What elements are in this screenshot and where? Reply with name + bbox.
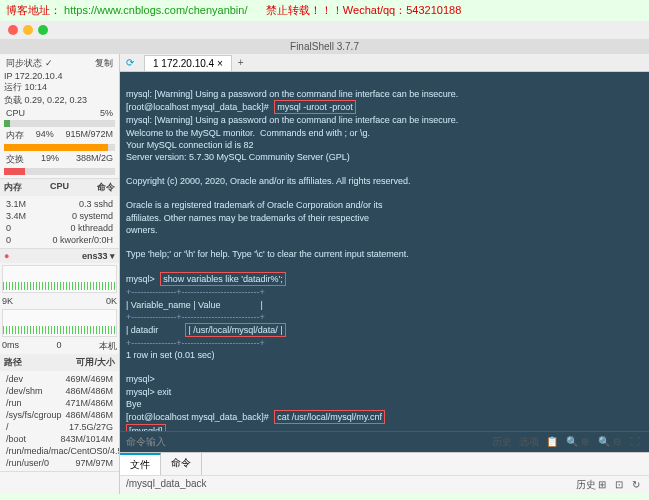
swap-value: 388M/2G: [76, 153, 113, 166]
path-toolbar-icons[interactable]: ⊞ ⊡ ↻: [598, 479, 643, 490]
uptime-label: 运行 10:14: [4, 81, 115, 94]
add-tab-icon[interactable]: +: [232, 55, 250, 70]
mem-pct: 94%: [36, 129, 54, 142]
net-graph: [2, 265, 117, 293]
path-history-button[interactable]: 历史: [576, 479, 596, 490]
ip-label: IP 172.20.10.4: [4, 71, 115, 81]
cmd-placeholder[interactable]: 命令输入: [126, 435, 166, 449]
status-panel: 同步状态 ✓复制 IP 172.20.10.4 运行 10:14 负载 0.29…: [0, 54, 120, 494]
tab-bar: ⟳ 1 172.20.10.4 × +: [120, 54, 649, 72]
disk-row: /boot843M/1014M: [4, 433, 115, 445]
mem-label: 内存: [6, 129, 24, 142]
refresh-icon[interactable]: ⟳: [120, 54, 140, 71]
copy-button[interactable]: 复制: [95, 57, 113, 70]
disk-row: /sys/fs/cgroup486M/486M: [4, 409, 115, 421]
bottom-tabs: 文件 命令: [120, 452, 649, 475]
blog-link[interactable]: https://www.cnblogs.com/chenyanbin/: [64, 4, 247, 16]
cmd-highlight: [mysqld]: [126, 424, 166, 431]
process-row: 00 kworker/0:0H: [4, 234, 115, 246]
net-down: 0K: [106, 296, 117, 306]
window-controls: [0, 21, 649, 39]
lat-label: 0ms: [2, 340, 19, 353]
history-button[interactable]: 历史: [492, 436, 512, 447]
options-button[interactable]: 选项: [519, 436, 539, 447]
net-iface[interactable]: ens33 ▾: [82, 251, 115, 261]
tab-files[interactable]: 文件: [120, 453, 161, 475]
tab-commands[interactable]: 命令: [161, 453, 202, 475]
disk-row: /run/user/097M/97M: [4, 457, 115, 469]
swap-pct: 19%: [41, 153, 59, 166]
process-row: 00 kthreadd: [4, 222, 115, 234]
load-label: 负载 0.29, 0.22, 0.23: [4, 94, 115, 107]
process-row: 3.1M0.3 sshd: [4, 198, 115, 210]
cpu-label: CPU: [6, 108, 25, 118]
toolbar-icons[interactable]: 📋 🔍⊕ 🔍⊖ ⛶: [546, 436, 643, 447]
col-path: 路径: [4, 356, 22, 369]
cmd-highlight: show variables like 'datadir%';: [160, 272, 286, 286]
col-mem: 内存: [4, 181, 22, 194]
local-label: 本机: [99, 340, 117, 353]
minimize-icon[interactable]: [23, 25, 33, 35]
session-tab[interactable]: 1 172.20.10.4 ×: [144, 55, 232, 71]
cmd-highlight: | /usr/local/mysql/data/ |: [185, 323, 285, 337]
terminal-output[interactable]: mysql: [Warning] Using a password on the…: [120, 72, 649, 431]
lat-v: 0: [57, 340, 62, 353]
col-size: 可用/大小: [76, 356, 115, 369]
close-icon[interactable]: [8, 25, 18, 35]
disk-row: /dev469M/469M: [4, 373, 115, 385]
sync-label: 同步状态 ✓: [6, 57, 53, 70]
window-title: FinalShell 3.7.7: [0, 39, 649, 54]
swap-label: 交换: [6, 153, 24, 166]
banner-warning: 禁止转载！！！Wechat/qq：543210188: [266, 4, 461, 16]
current-path[interactable]: /mysql_data_back: [126, 478, 207, 492]
cpu-value: 5%: [100, 108, 113, 118]
disk-row: /run471M/486M: [4, 397, 115, 409]
maximize-icon[interactable]: [38, 25, 48, 35]
disk-row: /run/media/mac/CentOS0/4.5G: [4, 445, 115, 457]
banner-label: 博客地址：: [6, 4, 61, 16]
cmd-highlight: cat /usr/local/mysql/my.cnf: [274, 410, 385, 424]
disk-row: /17.5G/27G: [4, 421, 115, 433]
cmd-highlight: mysql -uroot -proot: [274, 100, 356, 114]
top-banner: 博客地址： https://www.cnblogs.com/chenyanbin…: [0, 0, 649, 21]
col-cmd: 命令: [97, 181, 115, 194]
path-bar: /mysql_data_back 历史 ⊞ ⊡ ↻: [120, 475, 649, 494]
disk-row: /dev/shm486M/486M: [4, 385, 115, 397]
net-up: 9K: [2, 296, 13, 306]
col-cpu: CPU: [50, 181, 69, 194]
process-row: 3.4M0 systemd: [4, 210, 115, 222]
mem-value: 915M/972M: [65, 129, 113, 142]
lat-graph: [2, 309, 117, 337]
command-input-bar: 命令输入 历史 选项 📋 🔍⊕ 🔍⊖ ⛶: [120, 431, 649, 452]
